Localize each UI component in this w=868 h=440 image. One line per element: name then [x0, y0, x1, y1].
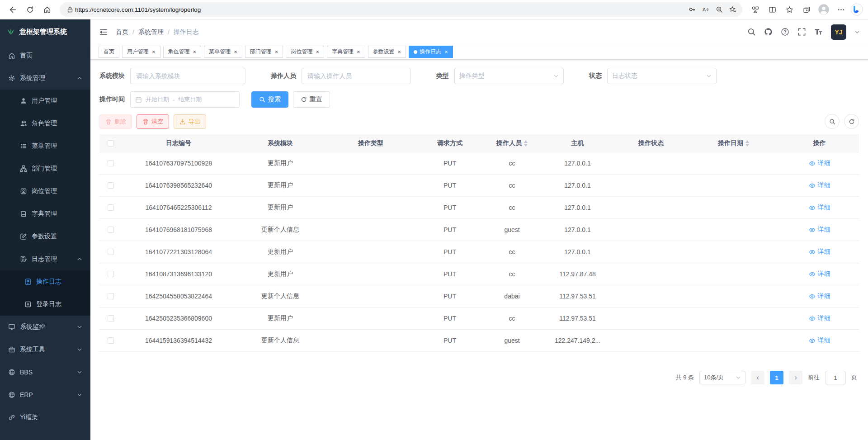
clear-button[interactable]: 清空	[137, 114, 169, 129]
reset-button[interactable]: 重置	[293, 91, 330, 108]
url-text[interactable]: https://ccnetcore.com:1101/system/log/op…	[75, 6, 685, 13]
sidebar-item-oper-log[interactable]: 操作日志	[0, 270, 90, 293]
select-all-checkbox[interactable]	[108, 140, 114, 147]
next-page-button[interactable]: ›	[789, 371, 802, 384]
toggle-search-button[interactable]	[825, 114, 840, 129]
tab-0[interactable]: 首页	[99, 46, 119, 58]
delete-button[interactable]: 删除	[99, 114, 132, 129]
collections-button[interactable]	[798, 2, 815, 17]
detail-link[interactable]: 详细	[809, 292, 830, 300]
favorites-button[interactable]	[781, 2, 797, 17]
sidebar-item-menu-mgmt[interactable]: 菜单管理	[0, 135, 90, 157]
split-screen-button[interactable]	[764, 2, 780, 17]
sidebar-item-home[interactable]: 首页	[0, 44, 90, 67]
header-search-icon[interactable]	[747, 28, 756, 36]
detail-link[interactable]: 详细	[809, 314, 830, 322]
browser-back-button[interactable]	[5, 2, 21, 17]
password-icon[interactable]	[685, 3, 699, 16]
refresh-table-button[interactable]	[844, 114, 859, 129]
detail-link[interactable]: 详细	[809, 159, 830, 167]
sidebar-item-erp[interactable]: ERP	[0, 383, 90, 406]
export-button[interactable]: 导出	[174, 114, 206, 129]
tab-8[interactable]: 操作日志×	[409, 46, 453, 58]
detail-link[interactable]: 详细	[809, 270, 830, 278]
row-checkbox[interactable]	[108, 293, 114, 299]
detail-link[interactable]: 详细	[809, 226, 830, 234]
detail-link[interactable]: 详细	[809, 336, 830, 345]
browser-refresh-button[interactable]	[22, 2, 38, 17]
sidebar-toggle-icon[interactable]	[99, 27, 108, 37]
tab-7[interactable]: 参数设置×	[368, 46, 406, 58]
row-checkbox[interactable]	[108, 271, 114, 277]
bing-button[interactable]	[850, 3, 863, 16]
close-tab-icon[interactable]: ×	[444, 49, 448, 55]
tab-2[interactable]: 角色管理×	[163, 46, 202, 58]
user-avatar[interactable]: YJ	[831, 24, 846, 40]
table-row[interactable]: 1641076968181075968更新个人信息PUTguest127.0.0…	[99, 219, 859, 241]
table-row[interactable]: 1642504558053822464更新个人信息PUTdabai112.97.…	[99, 285, 859, 308]
row-checkbox[interactable]	[108, 249, 114, 255]
type-select[interactable]: 操作类型	[454, 68, 564, 84]
close-tab-icon[interactable]: ×	[398, 49, 401, 55]
close-tab-icon[interactable]: ×	[193, 49, 197, 55]
detail-link[interactable]: 详细	[809, 203, 830, 212]
table-row[interactable]: 1642505235366809600更新用户PUTcc112.97.53.51…	[99, 308, 859, 330]
sidebar-item-system-mgmt[interactable]: 系统管理	[0, 67, 90, 90]
tab-1[interactable]: 用户管理×	[122, 46, 160, 58]
browser-home-button[interactable]	[39, 2, 55, 17]
operator-input[interactable]	[302, 68, 411, 84]
github-icon[interactable]	[764, 28, 773, 36]
tab-3[interactable]: 菜单管理×	[204, 46, 242, 58]
sidebar-item-dict-mgmt[interactable]: 字典管理	[0, 203, 90, 225]
sidebar-item-user-mgmt[interactable]: 用户管理	[0, 90, 90, 112]
detail-link[interactable]: 详细	[809, 181, 830, 189]
search-button[interactable]: 搜索	[251, 91, 288, 108]
sidebar-item-system-monitor[interactable]: 系统监控	[0, 316, 90, 338]
row-checkbox[interactable]	[108, 227, 114, 233]
sidebar-item-yi-framework[interactable]: Yi框架	[0, 406, 90, 429]
close-tab-icon[interactable]: ×	[234, 49, 237, 55]
row-checkbox[interactable]	[108, 182, 114, 189]
row-checkbox[interactable]	[108, 315, 114, 322]
date-range-picker[interactable]: 开始日期 - 结束日期	[130, 91, 240, 108]
font-size-icon[interactable]	[814, 28, 823, 36]
sidebar-item-param-settings[interactable]: 参数设置	[0, 225, 90, 248]
sidebar-item-login-log[interactable]: 登录日志	[0, 293, 90, 316]
tab-4[interactable]: 部门管理×	[245, 46, 283, 58]
help-icon[interactable]	[781, 28, 789, 36]
sidebar-item-dept-mgmt[interactable]: 部门管理	[0, 157, 90, 180]
row-checkbox[interactable]	[108, 204, 114, 211]
sidebar-item-bbs[interactable]: BBS	[0, 361, 90, 383]
fullscreen-icon[interactable]	[797, 28, 806, 36]
user-menu-caret-icon[interactable]	[854, 29, 860, 35]
table-row[interactable]: 1644159136394514432更新个人信息PUTguest122.247…	[99, 330, 859, 352]
row-checkbox[interactable]	[108, 337, 114, 344]
sort-icon[interactable]	[524, 140, 528, 147]
table-row[interactable]: 1641076370975100928更新用户PUTcc127.0.0.1详细	[99, 152, 859, 175]
page-number-button[interactable]: 1	[770, 371, 783, 384]
sidebar-item-system-tools[interactable]: 系统工具	[0, 338, 90, 361]
sidebar-item-log-mgmt[interactable]: 日志管理	[0, 248, 90, 270]
table-row[interactable]: 1641076465225306112更新用户PUTcc127.0.0.1详细	[99, 197, 859, 219]
close-tab-icon[interactable]: ×	[357, 49, 360, 55]
breadcrumb-item[interactable]: 首页	[116, 28, 128, 36]
close-tab-icon[interactable]: ×	[316, 49, 319, 55]
detail-link[interactable]: 详细	[809, 248, 830, 256]
extensions-button[interactable]	[747, 2, 763, 17]
table-row[interactable]: 1641077221303128064更新用户PUTcc127.0.0.1详细	[99, 241, 859, 263]
table-row[interactable]: 1641076398565232640更新用户PUTcc127.0.0.1详细	[99, 175, 859, 197]
add-favorite-icon[interactable]	[726, 3, 740, 16]
browser-profile-button[interactable]	[816, 2, 832, 17]
read-aloud-icon[interactable]: A	[699, 3, 712, 16]
browser-url-bar[interactable]: https://ccnetcore.com:1101/system/log/op…	[60, 2, 742, 17]
browser-more-button[interactable]	[833, 2, 849, 17]
sidebar-item-role-mgmt[interactable]: 角色管理	[0, 112, 90, 135]
module-input[interactable]	[130, 68, 245, 84]
close-tab-icon[interactable]: ×	[275, 49, 278, 55]
close-tab-icon[interactable]: ×	[152, 49, 156, 55]
tab-5[interactable]: 岗位管理×	[286, 46, 324, 58]
app-logo[interactable]: 意框架管理系统	[0, 19, 90, 44]
sort-icon[interactable]	[745, 140, 749, 147]
status-select[interactable]: 日志状态	[607, 68, 717, 84]
tab-6[interactable]: 字典管理×	[327, 46, 365, 58]
